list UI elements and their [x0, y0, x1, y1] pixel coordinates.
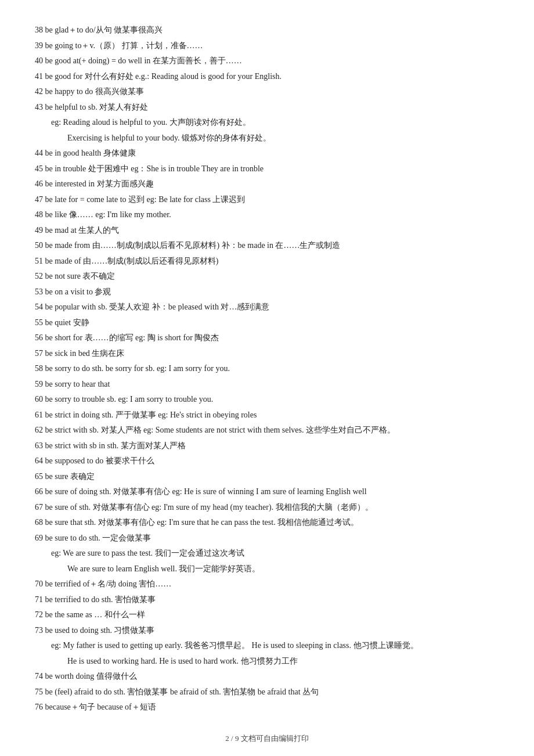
text-line-l49: 49 be mad at 生某人的气: [35, 224, 499, 238]
text-line-l51: 51 be made of 由……制成(制成以后还看得见原材料): [35, 254, 499, 269]
text-line-l55: 55 be quiet 安静: [35, 316, 499, 330]
text-line-l76: 76 because＋句子 because of＋短语: [35, 700, 499, 715]
text-line-l42: 42 be happy to do 很高兴做某事: [35, 85, 499, 99]
text-line-l40: 40 be good at(+ doing) = do well in 在某方面…: [35, 54, 499, 69]
text-line-l58: 58 be sorry to do sth. be sorry for sb. …: [35, 362, 499, 376]
text-line-l48: 48 be like 像…… eg: I'm like my mother.: [35, 208, 499, 222]
text-line-l43: 43 be helpful to sb. 对某人有好处: [35, 100, 499, 115]
text-line-l63: 63 be strict with sb in sth. 某方面对某人严格: [35, 439, 499, 453]
text-line-l59: 59 be sorry to hear that: [35, 377, 499, 392]
text-line-l60: 60 be sorry to trouble sb. eg: I am sorr…: [35, 393, 499, 407]
text-line-l43eg1: eg: Reading aloud is helpful to you. 大声朗…: [35, 116, 499, 130]
text-line-l43eg2: Exercising is helpful to your body. 锻炼对你…: [35, 131, 499, 146]
text-line-l73eg1: eg: My father is used to getting up earl…: [35, 639, 499, 653]
text-line-l68: 68 be sure that sth. 对做某事有信心 eg: I'm sur…: [35, 516, 499, 530]
text-line-l72: 72 be the same as … 和什么一样: [35, 608, 499, 622]
text-line-l46: 46 be interested in 对某方面感兴趣: [35, 177, 499, 192]
text-line-l73: 73 be used to doing sth. 习惯做某事: [35, 624, 499, 638]
text-line-l69eg2: We are sure to learn English well. 我们一定能…: [35, 562, 499, 577]
text-line-l66: 66 be sure of doing sth. 对做某事有信心 eg: He …: [35, 485, 499, 499]
text-line-l61: 61 be strict in doing sth. 严于做某事 eg: He'…: [35, 408, 499, 423]
text-line-l62: 62 be strict with sb. 对某人严格 eg: Some stu…: [35, 423, 499, 438]
text-line-l50: 50 be made from 由……制成(制成以后看不见原材料) 补：be m…: [35, 239, 499, 253]
text-line-l74: 74 be worth doing 值得做什么: [35, 669, 499, 684]
text-line-l73eg2: He is used to working hard. He is used t…: [35, 654, 499, 669]
text-line-l69eg1: eg: We are sure to pass the test. 我们一定会通…: [35, 546, 499, 561]
text-line-l56: 56 be short for 表……的缩写 eg: 陶 is short fo…: [35, 331, 499, 345]
text-line-l71: 71 be terrified to do sth. 害怕做某事: [35, 593, 499, 607]
text-line-l44: 44 be in good health 身体健康: [35, 146, 499, 161]
text-line-l70: 70 be terrified of＋名/动 doing 害怕……: [35, 577, 499, 592]
text-line-l64: 64 be supposed to do 被要求干什么: [35, 454, 499, 469]
main-content: 38 be glad＋to do/从句 做某事很高兴39 be going to…: [35, 23, 499, 745]
text-line-l41: 41 be good for 对什么有好处 e.g.: Reading alou…: [35, 70, 499, 84]
text-line-l54: 54 be popular with sb. 受某人欢迎 补：be please…: [35, 300, 499, 315]
text-line-l52: 52 be not sure 表不确定: [35, 269, 499, 284]
footer-text: 2 / 9 文档可自由编辑打印: [35, 732, 499, 746]
text-line-l53: 53 be on a visit to 参观: [35, 285, 499, 300]
text-line-l45: 45 be in trouble 处于困难中 eg：She is in trou…: [35, 162, 499, 177]
text-line-l38: 38 be glad＋to do/从句 做某事很高兴: [35, 23, 499, 38]
text-line-l65: 65 be sure 表确定: [35, 470, 499, 484]
text-line-l57: 57 be sick in bed 生病在床: [35, 347, 499, 361]
text-line-l67: 67 be sure of sth. 对做某事有信心 eg: I'm sure …: [35, 501, 499, 515]
text-line-l75: 75 be (feel) afraid to do sth. 害怕做某事 be …: [35, 685, 499, 700]
text-line-l47: 47 be late for = come late to 迟到 eg: Be …: [35, 193, 499, 207]
text-line-l39: 39 be going to＋v.（原） 打算，计划，准备……: [35, 39, 499, 53]
text-line-l69: 69 be sure to do sth. 一定会做某事: [35, 531, 499, 546]
